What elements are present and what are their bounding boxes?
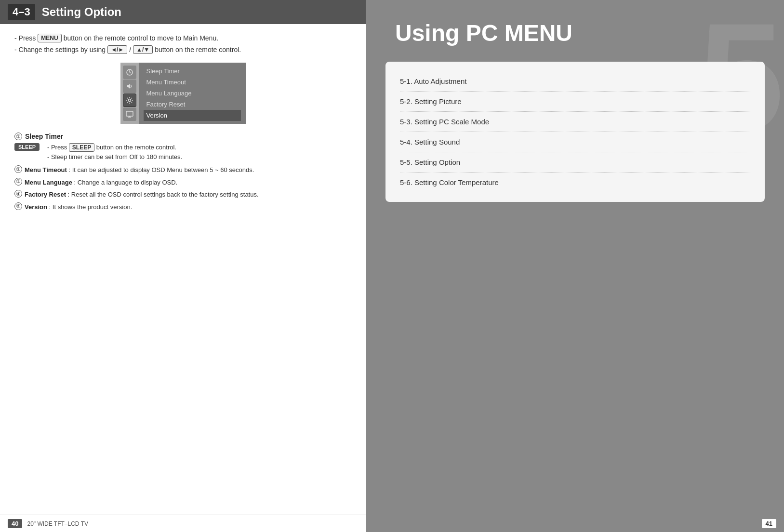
instr2-prefix: - Change the settings by using bbox=[14, 46, 106, 53]
toc-label-5: 5-5. Setting Option bbox=[400, 158, 460, 166]
desc-language-text: Menu Language : Change a language to dis… bbox=[25, 178, 177, 187]
osd-item-menu-timeout: Menu Timeout bbox=[144, 77, 241, 88]
osd-icon-screen bbox=[123, 107, 136, 121]
osd-item-version: Version bbox=[144, 110, 241, 121]
menu-key-badge: MENU bbox=[38, 34, 61, 42]
section-title: Setting Option bbox=[42, 5, 121, 19]
toc-item-2: 5-2. Setting Picture bbox=[400, 92, 750, 112]
osd-icon-clock bbox=[123, 66, 136, 79]
toc-item-5: 5-5. Setting Option bbox=[400, 152, 750, 173]
main-content: - Press MENU button on the remote contro… bbox=[0, 34, 366, 212]
instr2-suffix: button on the remote control. bbox=[155, 46, 241, 53]
sleep-key-inline: SLEEP bbox=[69, 143, 94, 152]
toc-item-1: 5-1. Auto Adjustment bbox=[400, 71, 750, 92]
section-sleep-timer: ① Sleep Timer SLEEP - Press SLEEP button… bbox=[14, 133, 351, 160]
osd-item-menu-language: Menu Language bbox=[144, 88, 241, 99]
svg-rect-4 bbox=[126, 111, 133, 116]
section-number: 4–3 bbox=[8, 4, 35, 20]
toc-item-3: 5-3. Setting PC Scale Mode bbox=[400, 112, 750, 132]
osd-item-factory-reset: Factory Reset bbox=[144, 99, 241, 110]
ud-key-badge: ▲/▼ bbox=[133, 45, 153, 54]
right-panel: 5 Using PC MENU 5-1. Auto Adjustment 5-2… bbox=[366, 0, 784, 532]
section-header: 4–3 Setting Option bbox=[0, 0, 366, 24]
osd-icon-speaker bbox=[123, 80, 136, 93]
toc-label-4: 5-4. Setting Sound bbox=[400, 138, 460, 146]
toc-label-2: 5-2. Setting Picture bbox=[400, 97, 462, 106]
svg-line-2 bbox=[130, 72, 131, 73]
right-page-number: 41 bbox=[762, 519, 776, 528]
osd-item-sleep-timer: Sleep Timer bbox=[144, 66, 241, 77]
sleep-bullet-1: - Press SLEEP button on the remote contr… bbox=[47, 143, 182, 152]
num-3: ③ bbox=[14, 178, 22, 186]
instr1-suffix: button on the remote control to move to … bbox=[64, 34, 218, 42]
desc-factory-label: Factory Reset bbox=[25, 191, 66, 198]
osd-menu-items: Sleep Timer Menu Timeout Menu Language F… bbox=[139, 63, 246, 124]
toc-box: 5-1. Auto Adjustment 5-2. Setting Pictur… bbox=[385, 62, 765, 202]
toc-label-6: 5-6. Setting Color Temperature bbox=[400, 178, 499, 186]
desc-version-label: Version bbox=[25, 203, 47, 211]
sleep-timer-title: ① Sleep Timer bbox=[14, 133, 351, 140]
instr2-mid: / bbox=[129, 46, 131, 53]
svg-point-3 bbox=[128, 99, 131, 101]
osd-diagram: Sleep Timer Menu Timeout Menu Language F… bbox=[120, 63, 246, 124]
num-2: ② bbox=[14, 165, 22, 173]
desc-factory-text: Factory Reset : Reset all the OSD contro… bbox=[25, 190, 259, 200]
osd-icon-column bbox=[120, 63, 139, 124]
toc-label-1: 5-1. Auto Adjustment bbox=[400, 77, 466, 85]
sleep-bullet-2: - Sleep timer can be set from Off to 180… bbox=[47, 153, 182, 160]
sleep-timer-label: Sleep Timer bbox=[25, 133, 63, 140]
desc-timeout-text: Menu Timeout : It can be adjusted to dis… bbox=[25, 165, 254, 175]
toc-item-6: 5-6. Setting Color Temperature bbox=[400, 173, 750, 192]
left-footer: 40 20" WIDE TFT–LCD TV bbox=[0, 515, 366, 532]
chapter-title-line1: Using PC MENU bbox=[395, 19, 755, 47]
instruction-1: - Press MENU button on the remote contro… bbox=[14, 34, 351, 42]
desc-version: ⑤ Version : It shows the product version… bbox=[14, 202, 351, 212]
left-panel: 4–3 Setting Option - Press MENU button o… bbox=[0, 0, 366, 532]
desc-language-label: Menu Language bbox=[25, 179, 72, 186]
instruction-2: - Change the settings by using ◄/► / ▲/▼… bbox=[14, 45, 351, 54]
sleep-badge-container: SLEEP bbox=[14, 143, 43, 151]
num-1: ① bbox=[14, 133, 22, 140]
toc-item-4: 5-4. Setting Sound bbox=[400, 132, 750, 152]
chapter-header: Using PC MENU bbox=[366, 0, 784, 62]
sleep-timer-bullets: - Press SLEEP button on the remote contr… bbox=[47, 143, 182, 160]
left-page-number: 40 bbox=[8, 519, 22, 528]
num-4: ④ bbox=[14, 190, 22, 198]
desc-version-text: Version : It shows the product version. bbox=[25, 202, 132, 212]
toc-label-3: 5-3. Setting PC Scale Mode bbox=[400, 118, 489, 126]
instr1-prefix: - Press bbox=[14, 34, 36, 42]
desc-menu-timeout: ② Menu Timeout : It can be adjusted to d… bbox=[14, 165, 351, 175]
lr-key-badge: ◄/► bbox=[107, 45, 127, 54]
desc-list: ② Menu Timeout : It can be adjusted to d… bbox=[14, 165, 351, 212]
chapter-title: Using PC MENU bbox=[395, 19, 755, 47]
desc-timeout-label: Menu Timeout bbox=[25, 166, 67, 173]
sleep-timer-body: SLEEP - Press SLEEP button on the remote… bbox=[14, 143, 351, 160]
left-footer-text: 20" WIDE TFT–LCD TV bbox=[27, 520, 88, 527]
sleep-key-badge: SLEEP bbox=[14, 143, 40, 151]
desc-factory-reset: ④ Factory Reset : Reset all the OSD cont… bbox=[14, 190, 351, 200]
desc-menu-language: ③ Menu Language : Change a language to d… bbox=[14, 178, 351, 187]
osd-icon-gear bbox=[123, 93, 136, 107]
num-5: ⑤ bbox=[14, 202, 22, 210]
